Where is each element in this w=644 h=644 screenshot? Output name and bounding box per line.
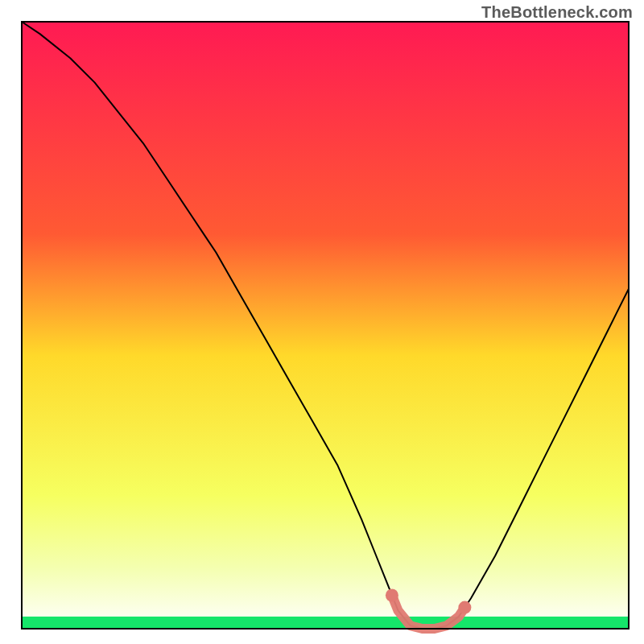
bottleneck-chart bbox=[0, 0, 644, 644]
heat-gradient bbox=[22, 22, 629, 629]
sweet-spot-endpoint bbox=[386, 589, 398, 602]
watermark-label: TheBottleneck.com bbox=[481, 3, 633, 22]
sweet-spot-endpoint bbox=[458, 601, 471, 614]
green-band bbox=[22, 617, 629, 629]
